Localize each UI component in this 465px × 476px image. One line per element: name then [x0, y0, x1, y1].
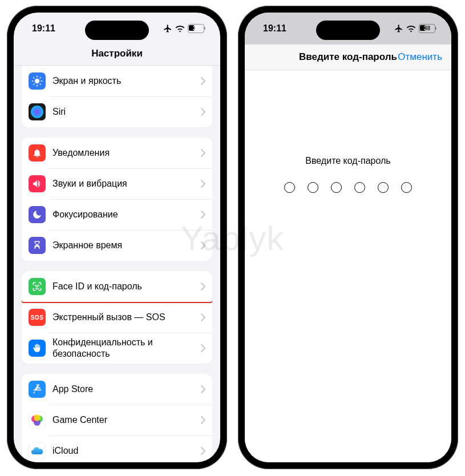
svg-point-0: [35, 79, 39, 83]
row-label: App Store: [52, 384, 201, 395]
passcode-prompt: Введите код-пароль: [305, 156, 390, 166]
passcode-title: Введите код-пароль: [299, 51, 397, 63]
row-label: Face ID и код-пароль: [52, 281, 201, 292]
chevron-right-icon: [201, 211, 205, 219]
hand-icon: [29, 340, 46, 357]
battery-icon: 38: [419, 24, 435, 33]
dynamic-island: [85, 21, 149, 40]
settings-group: Face ID и код-пароль SOS Экстренный вызо…: [22, 271, 212, 364]
passcode-nav-bar: Введите код-пароль Отменить: [245, 45, 451, 70]
wifi-icon: [175, 25, 185, 33]
settings-row-appstore[interactable]: App Store: [22, 374, 212, 405]
sos-icon: SOS: [29, 309, 46, 326]
passcode-dot: [308, 182, 318, 193]
row-label: Экран и яркость: [52, 75, 201, 87]
row-label: Фокусирование: [52, 209, 201, 220]
row-label: Siri: [52, 106, 201, 118]
appstore-icon: [29, 381, 46, 398]
phone-frame-left: 19:11 38 Настройки Экран и яркость Siri …: [7, 6, 227, 469]
chevron-right-icon: [201, 241, 205, 249]
icloud-icon: [29, 442, 46, 459]
settings-group: Уведомления Звуки и вибрация Фокусирован…: [22, 138, 212, 261]
chevron-right-icon: [201, 385, 205, 393]
settings-row-bell[interactable]: Уведомления: [22, 138, 212, 168]
chevron-right-icon: [201, 416, 205, 424]
speaker-icon: [29, 175, 46, 192]
faceid-icon: [29, 278, 46, 295]
svg-point-15: [34, 414, 41, 421]
svg-line-4: [40, 84, 41, 85]
settings-row-siri[interactable]: Siri: [22, 96, 212, 127]
row-label: Конфиденциальность и безопасность: [52, 337, 201, 360]
display-icon: [29, 72, 46, 90]
settings-group: Экран и яркость Siri: [22, 66, 212, 127]
settings-row-sos[interactable]: SOS Экстренный вызов — SOS: [22, 302, 212, 333]
svg-point-9: [31, 106, 43, 118]
svg-line-7: [34, 84, 35, 85]
chevron-right-icon: [201, 447, 205, 455]
passcode-dot: [284, 182, 295, 193]
settings-row-hourglass[interactable]: Экранное время: [22, 230, 212, 261]
hourglass-icon: [29, 237, 46, 254]
siri-icon: [29, 103, 46, 120]
settings-row-speaker[interactable]: Звуки и вибрация: [22, 168, 212, 199]
passcode-dot: [354, 182, 365, 193]
row-label: Game Center: [52, 414, 201, 426]
chevron-right-icon: [201, 149, 205, 157]
row-label: Экстренный вызов — SOS: [52, 312, 201, 323]
settings-row-gamecenter[interactable]: Game Center: [22, 405, 212, 435]
bell-icon: [29, 144, 46, 162]
status-time: 19:11: [32, 23, 66, 34]
settings-row-moon[interactable]: Фокусирование: [22, 199, 212, 230]
settings-group: App Store Game Center iCloud Wallet и Ap…: [22, 374, 212, 462]
airplane-icon: [394, 24, 403, 33]
page-title: Настройки: [14, 45, 220, 66]
chevron-right-icon: [201, 313, 205, 321]
chevron-right-icon: [201, 77, 205, 85]
svg-line-3: [34, 78, 35, 79]
row-label: Уведомления: [52, 147, 201, 159]
passcode-dots[interactable]: [284, 182, 412, 193]
row-label: Экранное время: [52, 240, 201, 251]
wifi-icon: [406, 25, 416, 33]
passcode-dot: [331, 182, 342, 193]
chevron-right-icon: [201, 180, 205, 188]
moon-icon: [29, 206, 46, 223]
svg-line-8: [40, 78, 41, 79]
settings-row-icloud[interactable]: iCloud: [22, 435, 212, 462]
dynamic-island: [316, 21, 380, 40]
row-label: iCloud: [52, 445, 201, 457]
row-label: Звуки и вибрация: [52, 178, 201, 189]
cancel-button[interactable]: Отменить: [398, 51, 442, 63]
chevron-right-icon: [201, 108, 205, 116]
phone-frame-right: 19:11 38 Введите код-пароль Отменить Вве…: [238, 6, 458, 469]
gamecenter-icon: [29, 412, 46, 429]
status-time: 19:11: [263, 23, 297, 34]
airplane-icon: [163, 24, 172, 33]
chevron-right-icon: [201, 283, 205, 291]
battery-icon: 38: [188, 24, 204, 33]
settings-row-hand[interactable]: Конфиденциальность и безопасность: [22, 333, 212, 364]
settings-row-faceid[interactable]: Face ID и код-пароль: [22, 271, 212, 302]
passcode-dot: [401, 182, 412, 193]
chevron-right-icon: [201, 344, 205, 352]
passcode-dot: [378, 182, 389, 193]
settings-row-display[interactable]: Экран и яркость: [22, 66, 212, 96]
